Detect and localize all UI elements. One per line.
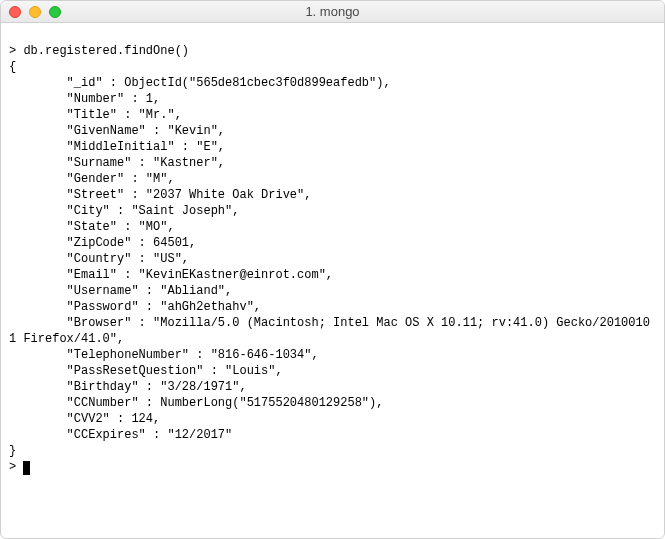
- output-field: "Password" : "ahGh2ethahv",: [9, 299, 656, 315]
- zoom-icon[interactable]: [49, 6, 61, 18]
- output-field: "TelephoneNumber" : "816-646-1034",: [9, 347, 656, 363]
- open-brace: {: [9, 60, 16, 74]
- output-field: "Birthday" : "3/28/1971",: [9, 379, 656, 395]
- output-field: "CCNumber" : NumberLong("517552048012925…: [9, 395, 656, 411]
- output-field: "Email" : "KevinEKastner@einrot.com",: [9, 267, 656, 283]
- terminal-content[interactable]: > db.registered.findOne() { "_id" : Obje…: [1, 23, 664, 479]
- close-brace: }: [9, 444, 16, 458]
- output-field: "Surname" : "Kastner",: [9, 155, 656, 171]
- output-field: "PassResetQuestion" : "Louis",: [9, 363, 656, 379]
- output-field: "CVV2" : 124,: [9, 411, 656, 427]
- output-field: "CCExpires" : "12/2017": [9, 427, 656, 443]
- output-field: "Street" : "2037 White Oak Drive",: [9, 187, 656, 203]
- output-field: "Number" : 1,: [9, 91, 656, 107]
- prompt: >: [9, 44, 16, 58]
- window-titlebar: 1. mongo: [1, 1, 664, 23]
- close-icon[interactable]: [9, 6, 21, 18]
- command-line: > db.registered.findOne(): [9, 44, 189, 58]
- output-field: "Country" : "US",: [9, 251, 656, 267]
- output-field: "ZipCode" : 64501,: [9, 235, 656, 251]
- output-field: "GivenName" : "Kevin",: [9, 123, 656, 139]
- output-field: "State" : "MO",: [9, 219, 656, 235]
- final-prompt-line: >: [9, 460, 30, 474]
- output-field: "MiddleInitial" : "E",: [9, 139, 656, 155]
- output-field: "Username" : "Abliand",: [9, 283, 656, 299]
- command-text: db.registered.findOne(): [23, 44, 189, 58]
- window-title: 1. mongo: [1, 4, 664, 20]
- cursor-icon: [23, 461, 30, 475]
- traffic-lights: [1, 6, 61, 18]
- output-field: "Gender" : "M",: [9, 171, 656, 187]
- prompt: >: [9, 460, 23, 474]
- output-field: "Title" : "Mr.",: [9, 107, 656, 123]
- output-field: "City" : "Saint Joseph",: [9, 203, 656, 219]
- output-field: "Browser" : "Mozilla/5.0 (Macintosh; Int…: [9, 315, 656, 347]
- output-field: "_id" : ObjectId("565de81cbec3f0d899eafe…: [9, 75, 656, 91]
- minimize-icon[interactable]: [29, 6, 41, 18]
